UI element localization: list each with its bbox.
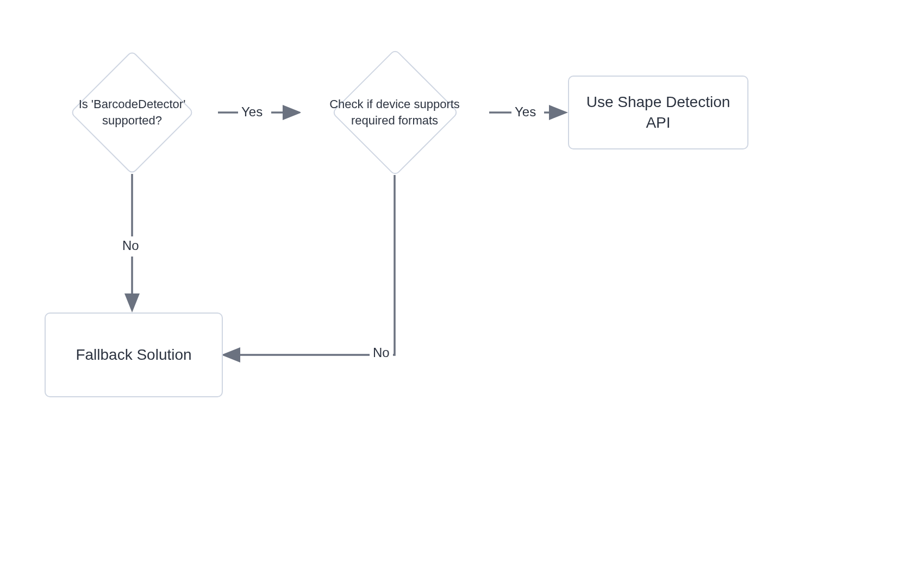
decision2-line2: required formats xyxy=(351,112,438,129)
decision-device-supports-formats: Check if device supports required format… xyxy=(301,50,489,175)
flowchart-canvas: Is 'BarcodeDetector' supported? Check if… xyxy=(0,0,924,575)
decision-barcode-detector-supported: Is 'BarcodeDetector' supported? xyxy=(46,51,218,174)
edge-label-d2-no: No xyxy=(370,345,393,360)
result-fallback-solution: Fallback Solution xyxy=(45,312,223,397)
decision2-line1: Check if device supports xyxy=(329,96,460,112)
edge-label-d1-no: No xyxy=(122,238,139,253)
decision1-line2: supported? xyxy=(102,112,162,129)
decision1-line1: Is 'BarcodeDetector' xyxy=(79,96,186,112)
result-api-label: Use Shape Detection API xyxy=(580,92,736,133)
edge-label-d1-yes: Yes xyxy=(241,104,263,120)
result-fallback-label: Fallback Solution xyxy=(76,345,191,365)
edge-label-d2-yes: Yes xyxy=(515,104,536,120)
result-use-shape-detection-api: Use Shape Detection API xyxy=(568,76,748,149)
